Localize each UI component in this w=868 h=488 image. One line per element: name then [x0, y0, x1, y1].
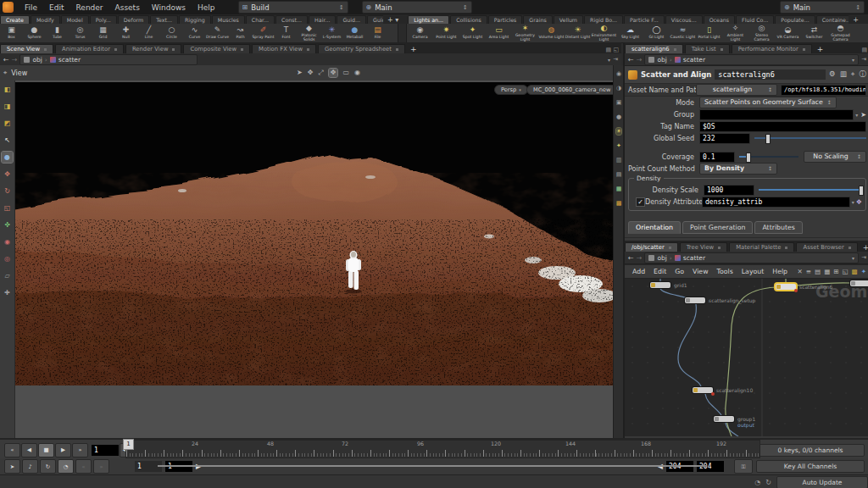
headlight-icon[interactable]: ✦	[616, 142, 621, 149]
density-scale-field[interactable]: 1000	[704, 185, 754, 196]
display-flag[interactable]	[711, 392, 715, 396]
network-node-selected[interactable]: scatteralign6	[776, 284, 796, 290]
shelf-tab[interactable]: Char...	[246, 15, 275, 24]
tool-platonic-solids[interactable]: ◆ Platonic Solids	[298, 24, 320, 42]
network-node[interactable]: scatteralign_setup	[685, 297, 705, 303]
tool-environment-light[interactable]: ◐ Environment Light	[591, 24, 617, 42]
shelf-tab[interactable]: Deform	[118, 15, 149, 24]
jump-start-button[interactable]: «	[4, 443, 20, 458]
path-dropdown-icon[interactable]: ▾	[608, 57, 610, 63]
coverage-field[interactable]: 0.1	[699, 152, 735, 163]
attr-dropdown-icon[interactable]: ▾	[852, 199, 854, 205]
play-button[interactable]: ▶	[55, 443, 71, 458]
snapshot-icon[interactable]: ▤	[616, 171, 622, 178]
pane-tab[interactable]: Scene View	[0, 44, 53, 53]
tool-portal-light[interactable]: ▯ Portal Light	[696, 24, 722, 42]
audio-icon[interactable]: ♪	[22, 459, 38, 474]
density-scale-slider[interactable]	[759, 185, 862, 195]
tool-distant-light[interactable]: ☀ Distant Light	[565, 24, 591, 42]
path-field[interactable]: obj › scatter ▾	[644, 54, 859, 65]
tag-name-field[interactable]: $OS	[699, 121, 866, 132]
snap-grid-icon[interactable]: ⊞	[833, 268, 838, 275]
list-view-icon[interactable]: ▤	[815, 268, 821, 275]
auto-update-button[interactable]: Auto Update	[776, 476, 868, 488]
tool-spot-light[interactable]: ✦ Spot Light	[459, 24, 486, 42]
node-name-field[interactable]: scatteralign6	[715, 69, 826, 80]
select-mode-icon[interactable]: ➤	[297, 69, 303, 77]
handles-icon[interactable]: ◉	[2, 236, 13, 247]
view-mode-icon[interactable]: ▭	[342, 69, 349, 77]
forward-icon[interactable]: →	[12, 56, 18, 64]
shelf-tab[interactable]: Vellum	[554, 15, 583, 24]
realtime-icon[interactable]: ◔	[58, 459, 74, 474]
shelf-tab[interactable]: Model	[61, 15, 89, 24]
tool-box[interactable]: ▣ Box	[0, 24, 23, 42]
help-icon[interactable]: ⓘ	[860, 69, 867, 80]
current-frame-field[interactable]: 1	[92, 445, 119, 456]
add-pane-tab-button[interactable]: +	[814, 45, 827, 53]
pane-menu-icon[interactable]: ▤ ◱	[606, 47, 621, 53]
snap-icon[interactable]: ◎	[2, 253, 13, 264]
pose-icon[interactable]: ✜	[2, 219, 13, 230]
network-editor[interactable]: Geometry grid1 scatteralign_setup scatte…	[625, 279, 868, 436]
tool-circle[interactable]: ○ Circle	[160, 24, 183, 42]
network-node[interactable]	[850, 280, 868, 286]
refresh-icon[interactable]: ↻	[765, 479, 771, 486]
add-pane-tab-button[interactable]: +	[407, 45, 420, 53]
pane-tab[interactable]: Asset Browser	[796, 242, 857, 252]
timeline-ruler[interactable]: 24 48 72 96 120 144 168 192	[125, 440, 760, 458]
shelf-tab[interactable]: Particle F...	[624, 15, 665, 24]
lock-camera-icon[interactable]: ▣	[616, 99, 622, 106]
rotate-handle-icon[interactable]: ⤢	[318, 69, 323, 77]
tool-switcher[interactable]: ⇄ Switcher	[801, 24, 827, 42]
shelf-tab[interactable]: Collisions	[450, 15, 487, 24]
shelf-tab[interactable]: Fluid Co...	[736, 15, 774, 24]
pane-tab[interactable]: Tree View	[680, 242, 727, 252]
global-seed-slider[interactable]	[754, 133, 866, 143]
tool-area-light[interactable]: ▭ Area Light	[486, 24, 512, 42]
network-menu-item[interactable]: Help	[768, 268, 792, 275]
tool-file[interactable]: ▤ File	[366, 24, 389, 42]
tool-gi-light[interactable]: ◯ GI Light	[643, 24, 670, 42]
parameter-folder-tab[interactable]: Point Generation	[682, 221, 753, 234]
pane-tab[interactable]: Performance Monitor	[732, 44, 812, 53]
menu-item[interactable]: Assets	[109, 3, 146, 13]
gear-icon[interactable]: ⚙	[829, 69, 836, 80]
network-menu-item[interactable]: Edit	[649, 268, 670, 275]
shelf-tab[interactable]: Rigging	[179, 15, 211, 24]
memory-icon[interactable]: ◔	[754, 479, 760, 486]
coverage-scale-combo[interactable]: No Scaling ↕	[804, 151, 866, 163]
path-dropdown-icon[interactable]: ▾	[852, 57, 854, 63]
network-node[interactable]: group1 output	[714, 416, 734, 422]
tool-tube[interactable]: ▮ Tube	[46, 24, 69, 42]
tool-line[interactable]: ╱ Line	[137, 24, 160, 42]
view-type-pill[interactable]: Persp▾	[494, 85, 528, 95]
handle-tool-icon[interactable]: ✥	[329, 69, 338, 77]
translate-handle-icon[interactable]: ✥	[308, 69, 314, 77]
next-keyframe-icon[interactable]: »	[93, 459, 109, 474]
stop-button[interactable]: ■	[38, 443, 54, 458]
pane-tab[interactable]: Animation Editor	[55, 44, 124, 53]
shelf-add-tab-button[interactable]: + ▾	[383, 16, 403, 24]
shelf-tab[interactable]: Text...	[150, 15, 178, 24]
menu-item[interactable]: Render	[70, 3, 109, 13]
shelf-add-tab-button[interactable]: +	[849, 16, 863, 24]
tool-gamepad-camera[interactable]: ◓ Gamepad Camera	[827, 24, 854, 42]
pane-tab[interactable]: Take List	[685, 44, 730, 53]
density-attribute-checkbox[interactable]: ✓	[636, 197, 645, 207]
network-menu-item[interactable]: Layout	[737, 268, 769, 275]
rotate-icon[interactable]: ↻	[2, 186, 13, 197]
tool-vr-camera[interactable]: ◒ VR Camera	[775, 24, 801, 42]
pane-tab[interactable]: Composite View	[183, 44, 250, 53]
pane-tab[interactable]: /obj/scatter	[625, 242, 678, 252]
key-options-icon[interactable]: ⚿	[734, 459, 753, 474]
menu-item[interactable]: Windows	[146, 3, 192, 13]
tool-l-system[interactable]: ✳ L-System	[320, 24, 343, 42]
camera-view-icon[interactable]: ◉	[616, 70, 621, 77]
tool-torus[interactable]: ◎ Torus	[69, 24, 92, 42]
group-field[interactable]	[699, 109, 854, 120]
desktop-selector[interactable]: ⊞ Build ↕	[238, 1, 348, 14]
presets-icon[interactable]: ▥	[840, 69, 847, 80]
shelf-tab[interactable]: Containe...	[816, 15, 849, 24]
shelf-tab[interactable]: Create	[0, 15, 30, 24]
